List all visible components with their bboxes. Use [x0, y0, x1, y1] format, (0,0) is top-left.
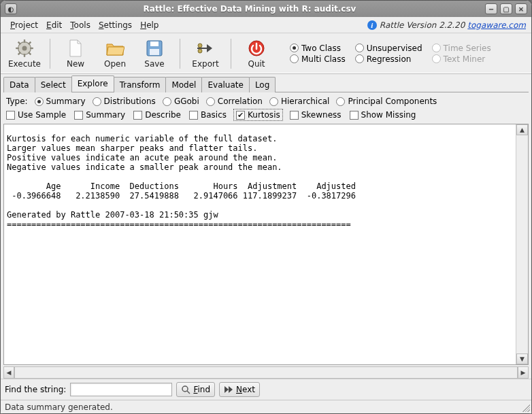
next-icon	[224, 385, 233, 394]
svg-point-13	[198, 44, 202, 48]
radio-dot-icon	[355, 54, 364, 63]
radio-dot-icon	[35, 97, 44, 106]
info-icon: i	[367, 20, 377, 30]
checkbox-icon	[74, 111, 83, 120]
output-panel: Kurtosis for each numeric variable of th…	[3, 124, 529, 365]
find-input[interactable]	[70, 383, 172, 396]
export-button[interactable]: Export	[186, 35, 225, 73]
tab-log[interactable]: Log	[249, 77, 276, 92]
version-link[interactable]: togaware.com	[467, 20, 526, 30]
scroll-right-icon[interactable]: ▶	[518, 366, 529, 379]
check-skewness[interactable]: Skewness	[290, 110, 342, 120]
close-window-button[interactable]: ✕	[515, 3, 527, 14]
type-row: Type: Summary Distributions GGobi Correl…	[1, 92, 531, 109]
radio-dot-icon	[269, 97, 278, 106]
class-options: Two Class Unsupervised Time Series Multi…	[290, 44, 491, 64]
radio-two-class[interactable]: Two Class	[290, 44, 346, 53]
tabbar: Data Select Explore Transform Model Eval…	[1, 74, 531, 92]
find-button[interactable]: Find	[176, 382, 215, 397]
type-ggobi[interactable]: GGobi	[163, 97, 199, 106]
execute-button[interactable]: Execute	[5, 35, 44, 73]
output-text[interactable]: Kurtosis for each numeric variable of th…	[4, 133, 516, 356]
svg-line-6	[18, 41, 21, 44]
radio-dot-icon	[336, 97, 345, 106]
radio-text-miner: Text Miner	[432, 54, 491, 64]
svg-point-1	[22, 46, 27, 50]
type-correlation[interactable]: Correlation	[206, 97, 263, 106]
search-icon	[181, 385, 190, 394]
check-basics[interactable]: Basics	[189, 110, 227, 120]
check-summary[interactable]: Summary	[74, 110, 125, 120]
resize-grip[interactable]	[520, 402, 530, 412]
scroll-up-icon[interactable]: ▲	[516, 124, 528, 135]
quit-button[interactable]: Quit	[237, 35, 276, 73]
radio-dot-icon	[432, 54, 441, 63]
scroll-down-icon[interactable]: ▼	[516, 353, 528, 364]
version-text: Rattle Version 2.2.20	[380, 20, 465, 30]
save-button[interactable]: Save	[135, 35, 174, 73]
radio-dot-icon	[290, 54, 299, 63]
find-label: Find the string:	[5, 385, 66, 394]
tab-evaluate[interactable]: Evaluate	[201, 77, 249, 92]
status-text: Data summary generated.	[5, 402, 113, 412]
scroll-left-icon[interactable]: ◀	[3, 366, 14, 379]
checkbox-icon	[350, 111, 359, 120]
tab-model[interactable]: Model	[165, 77, 202, 92]
scrollbar-track[interactable]	[14, 366, 518, 379]
radio-dot-icon	[163, 97, 171, 106]
check-show-missing[interactable]: Show Missing	[350, 110, 416, 120]
svg-point-16	[182, 386, 188, 392]
app-window: ◐ Rattle: Effective Data Mining with R: …	[0, 0, 532, 414]
open-button[interactable]: Open	[95, 35, 135, 73]
radio-time-series: Time Series	[432, 44, 491, 53]
vertical-scrollbar[interactable]: ▲ ▼	[516, 124, 528, 364]
svg-line-9	[18, 52, 21, 54]
radio-regression[interactable]: Regression	[355, 54, 422, 64]
new-document-icon	[66, 39, 85, 58]
radio-unsupervised[interactable]: Unsupervised	[355, 44, 422, 53]
statusbar: Data summary generated.	[1, 400, 531, 413]
minimize-button[interactable]: ─	[485, 3, 497, 14]
type-distributions[interactable]: Distributions	[93, 97, 156, 106]
toolbar: Execute New Open Save Export	[1, 33, 531, 74]
radio-dot-icon	[290, 44, 299, 52]
svg-line-17	[187, 391, 190, 394]
radio-dot-icon	[432, 44, 441, 52]
svg-point-14	[198, 49, 202, 53]
tab-select[interactable]: Select	[35, 77, 72, 92]
next-button[interactable]: Next	[219, 382, 260, 397]
gear-icon	[15, 39, 34, 58]
maximize-button[interactable]: ▢	[500, 3, 512, 14]
type-principal-components[interactable]: Principal Components	[336, 97, 437, 106]
check-kurtosis[interactable]: Kurtosis	[235, 110, 282, 120]
type-hierarchical[interactable]: Hierarchical	[269, 97, 330, 106]
horizontal-scrollbar[interactable]: ◀ ▶	[3, 366, 529, 379]
tab-explore[interactable]: Explore	[71, 75, 114, 92]
check-describe[interactable]: Describe	[133, 110, 181, 120]
menu-project[interactable]: Project	[6, 19, 42, 31]
menu-tools[interactable]: Tools	[66, 19, 95, 31]
radio-dot-icon	[206, 97, 215, 106]
svg-line-8	[29, 41, 31, 44]
new-button[interactable]: New	[56, 35, 95, 73]
check-use-sample[interactable]: Use Sample	[6, 110, 66, 120]
window-menu-button[interactable]: ◐	[5, 3, 17, 14]
save-floppy-icon	[145, 39, 164, 58]
tab-data[interactable]: Data	[3, 77, 35, 92]
menu-settings[interactable]: Settings	[95, 19, 136, 31]
svg-line-7	[29, 52, 31, 54]
tab-transform[interactable]: Transform	[114, 77, 167, 92]
menu-help[interactable]: Help	[136, 19, 163, 31]
checkbox-icon	[290, 111, 299, 120]
svg-rect-11	[150, 41, 159, 46]
menu-edit[interactable]: Edit	[42, 19, 66, 31]
open-folder-icon	[105, 39, 124, 58]
titlebar: ◐ Rattle: Effective Data Mining with R: …	[1, 1, 531, 17]
checkbox-icon	[236, 111, 245, 120]
version-info: i Rattle Version 2.2.20 togaware.com	[367, 20, 526, 30]
check-row: Use Sample Summary Describe Basics Kurto…	[1, 109, 531, 124]
checkbox-icon	[133, 111, 142, 120]
type-label: Type:	[6, 97, 28, 106]
radio-multi-class[interactable]: Multi Class	[290, 54, 346, 64]
type-summary[interactable]: Summary	[35, 97, 86, 106]
